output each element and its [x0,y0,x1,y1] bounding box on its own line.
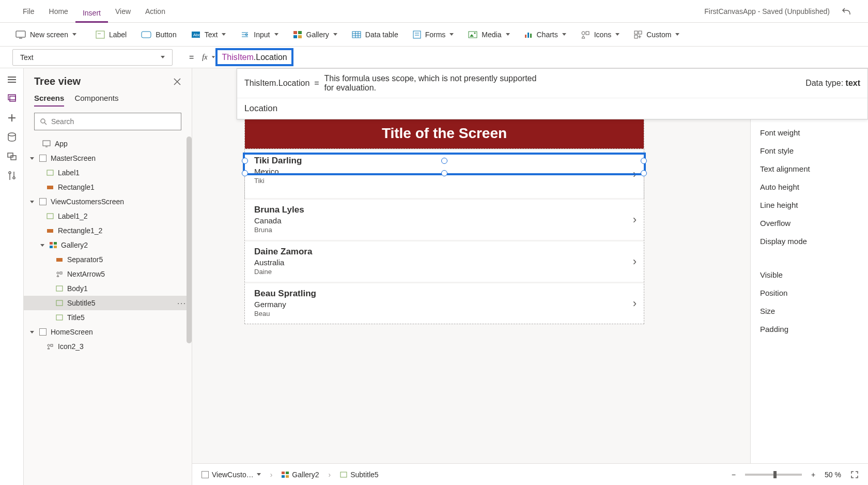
tree-node-rectangle1-2[interactable]: Rectangle1_2 [24,223,192,238]
screen-title-bar[interactable]: Title of the Screen [245,118,644,149]
left-rail [0,68,24,485]
tree-search[interactable] [34,113,181,130]
tab-screens[interactable]: Screens [34,94,64,107]
tree-label: MasterScreen [51,154,96,162]
tree-node-separator5[interactable]: Separator5 [24,252,192,267]
gallery-row[interactable]: Tiki Darling Mexico Tiki › [245,149,644,198]
svg-rect-59 [47,214,53,219]
tree-node-subtitle5[interactable]: Subtitle5 ··· [24,296,192,310]
tree-node-title5[interactable]: Title5 [24,310,192,325]
prop-line-height[interactable]: Line height [760,201,859,209]
tree-node-body1[interactable]: Body1 [24,281,192,296]
tree-node-app[interactable]: App [24,137,192,151]
property-label: Text [20,53,34,62]
charts-dropdown[interactable]: Charts [519,28,571,41]
prop-font-style[interactable]: Font style [760,146,859,155]
tree-node-homescreen[interactable]: HomeScreen [24,325,192,339]
svg-rect-20 [413,31,421,38]
canvas-area[interactable]: Title of the Screen Tiki Darling Mexico … [192,68,750,463]
property-selector[interactable]: Text [12,49,173,66]
formula-input[interactable]: ThisItem.Location [215,48,293,66]
prop-size[interactable]: Size [760,307,859,315]
forms-dropdown[interactable]: Forms [408,28,459,41]
tree-node-icon2-3[interactable]: Icon2_3 [24,339,192,354]
checkbox[interactable] [39,155,47,162]
tree-node-viewcustomers[interactable]: ViewCustomersScreen [24,194,192,209]
menu-view[interactable]: View [108,0,138,23]
more-icon[interactable]: ··· [177,299,187,307]
zoom-value[interactable]: 50 % [825,471,841,479]
fx-icon[interactable]: fx [198,53,211,62]
hamburger-icon[interactable] [7,75,17,84]
label-button[interactable]: Label [90,28,132,41]
gallery-row[interactable]: Bruna Lyles Canada Bruna › [245,198,644,240]
screen-stage[interactable]: Title of the Screen Tiki Darling Mexico … [245,118,644,324]
row-location[interactable]: Mexico [254,167,634,176]
prop-display-mode[interactable]: Display mode [760,237,859,246]
prop-text-alignment[interactable]: Text alignment [760,164,859,173]
scrollbar[interactable] [187,137,192,343]
tree-node-masterscreen[interactable]: MasterScreen [24,151,192,165]
chevron-right-icon[interactable]: › [633,255,637,268]
fit-to-window-icon[interactable] [850,471,859,479]
search-input[interactable] [51,117,176,126]
chevron-down-icon[interactable] [257,473,261,476]
menu-file[interactable]: File [16,0,42,23]
input-dropdown[interactable]: Input [235,28,283,41]
zoom-out-button[interactable]: − [732,471,736,479]
formula-datatype: Data type: text [805,79,860,88]
zoom-thumb[interactable] [773,471,777,478]
breadcrumb-screen[interactable]: ViewCusto… [202,471,261,479]
advanced-tools-icon[interactable] [7,171,17,181]
data-icon[interactable] [7,132,17,143]
undo-icon[interactable] [840,5,853,18]
chevron-right-icon[interactable]: › [633,297,637,310]
tree-nodes: App MasterScreen Label1 Rectangle1 ViewC… [24,137,192,485]
menu-insert[interactable]: Insert [75,0,108,23]
custom-dropdown[interactable]: Custom [629,28,685,41]
add-icon[interactable] [7,113,17,123]
icons-dropdown[interactable]: Icons [576,28,625,41]
prop-auto-height[interactable]: Auto height [760,183,859,191]
prop-visible[interactable]: Visible [760,270,859,279]
breadcrumb-gallery[interactable]: Gallery2 [282,471,319,479]
svg-rect-57 [47,170,53,175]
media-icon [468,31,477,38]
svg-rect-0 [16,31,25,37]
icons-label: Icons [594,31,611,39]
prop-padding[interactable]: Padding [760,325,859,334]
gallery-row[interactable]: Daine Zamora Australia Daine › [245,240,644,282]
close-icon[interactable] [173,78,181,86]
gallery-row[interactable]: Beau Spratling Germany Beau › [245,282,644,324]
tree-node-rectangle1[interactable]: Rectangle1 [24,180,192,194]
button-button[interactable]: Button [136,28,181,41]
formula-echo: ThisItem.Location = [244,79,319,88]
prop-position[interactable]: Position [760,289,859,297]
menu-home[interactable]: Home [42,0,75,23]
zoom-in-button[interactable]: + [811,471,815,479]
chevron-right-icon[interactable]: › [633,213,637,226]
chevron-down-icon[interactable] [212,56,215,58]
new-screen-button[interactable]: New screen [10,28,82,41]
text-dropdown[interactable]: Abc Text [186,28,231,41]
datatable-button[interactable]: Data table [347,28,404,41]
zoom-slider[interactable] [745,474,802,476]
svg-rect-73 [51,344,53,346]
tree-view-icon[interactable] [7,93,17,103]
breadcrumb-subtitle[interactable]: Subtitle5 [340,471,378,479]
checkbox[interactable] [39,328,47,336]
prop-overflow[interactable]: Overflow [760,219,859,228]
gallery-dropdown[interactable]: Gallery [288,28,343,41]
tab-components[interactable]: Components [74,94,118,107]
prop-font-weight[interactable]: Font weight [760,128,859,137]
tree-node-gallery2[interactable]: Gallery2 [24,238,192,252]
menu-action[interactable]: Action [138,0,173,23]
tree-node-label1-2[interactable]: Label1_2 [24,209,192,223]
chevron-right-icon[interactable]: › [633,168,637,181]
tree-node-nextarrow5[interactable]: NextArrow5 [24,267,192,281]
checkbox[interactable] [39,198,47,205]
media-dropdown[interactable]: Media [463,28,515,41]
breadcrumb-separator: › [270,471,273,479]
tree-node-label1[interactable]: Label1 [24,165,192,180]
media-rail-icon[interactable] [7,152,17,161]
